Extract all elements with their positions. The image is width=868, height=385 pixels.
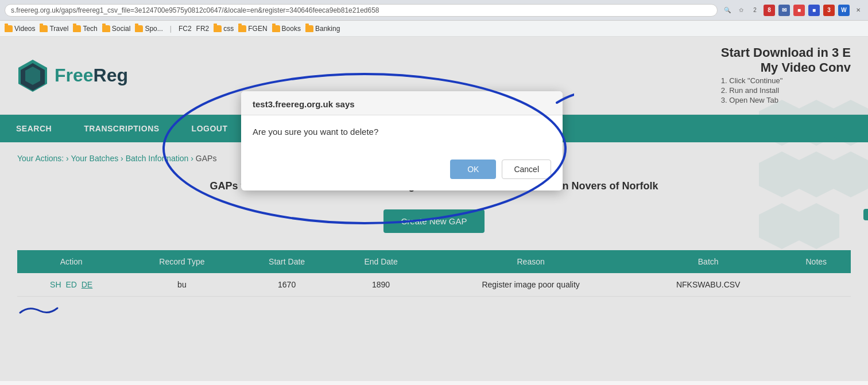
close-browser-icon[interactable]: ✕ bbox=[853, 5, 863, 15]
bookmarks-bar: Videos Travel Tech Social Spo... | FC2 F… bbox=[0, 21, 868, 37]
search-browser-icon[interactable]: 🔍 bbox=[722, 5, 733, 15]
browser-icons: 🔍 ✩ 2 8 ✉ ■ ■ 3 W ✕ bbox=[722, 5, 863, 16]
bookmark-sports[interactable]: Spo... bbox=[135, 25, 162, 33]
bookmark-tech[interactable]: Tech bbox=[73, 25, 97, 33]
bookmark-icon[interactable]: ✩ bbox=[736, 5, 746, 15]
browser-chrome: s.freereg.org.uk/gaps/freereg1_csv_file=… bbox=[0, 0, 868, 21]
dialog-body: Are you sure you want to delete? bbox=[241, 115, 563, 160]
ext-blue-icon: ■ bbox=[808, 5, 820, 16]
bookmark-fc2[interactable]: FC2 bbox=[179, 25, 192, 33]
bookmark-social[interactable]: Social bbox=[102, 25, 131, 33]
page-wrapper: FreeReg Start Download in 3 E My Video C… bbox=[0, 37, 868, 381]
ext-mail-icon: ✉ bbox=[778, 5, 790, 16]
ext-w-icon: W bbox=[838, 5, 850, 16]
bookmark-travel[interactable]: Travel bbox=[40, 25, 68, 33]
bookmark-banking[interactable]: Banking bbox=[305, 25, 340, 33]
extensions-icon[interactable]: 2 bbox=[750, 5, 760, 15]
bookmark-videos[interactable]: Videos bbox=[5, 25, 35, 33]
dialog-cancel-button[interactable]: Cancel bbox=[502, 160, 551, 179]
address-bar[interactable]: s.freereg.org.uk/gaps/freereg1_csv_file=… bbox=[5, 4, 718, 17]
ext-red-icon: ■ bbox=[793, 5, 805, 16]
bookmark-fr2[interactable]: FR2 bbox=[196, 25, 210, 33]
dialog-buttons: OK Cancel bbox=[241, 160, 563, 190]
ext-3-icon: 3 bbox=[823, 5, 835, 16]
dialog-ok-button[interactable]: OK bbox=[450, 160, 496, 179]
bookmark-books[interactable]: Books bbox=[272, 25, 301, 33]
ext-badge-icon: 8 bbox=[764, 5, 775, 16]
bookmark-fgen[interactable]: FGEN bbox=[238, 25, 267, 33]
confirm-dialog: test3.freereg.org.uk says Are you sure y… bbox=[241, 91, 563, 190]
bookmark-css[interactable]: css bbox=[214, 25, 234, 33]
dialog-title: test3.freereg.org.uk says bbox=[241, 91, 563, 115]
dialog-overlay: test3.freereg.org.uk says Are you sure y… bbox=[0, 37, 868, 381]
dialog-message: Are you sure you want to delete? bbox=[253, 127, 551, 137]
